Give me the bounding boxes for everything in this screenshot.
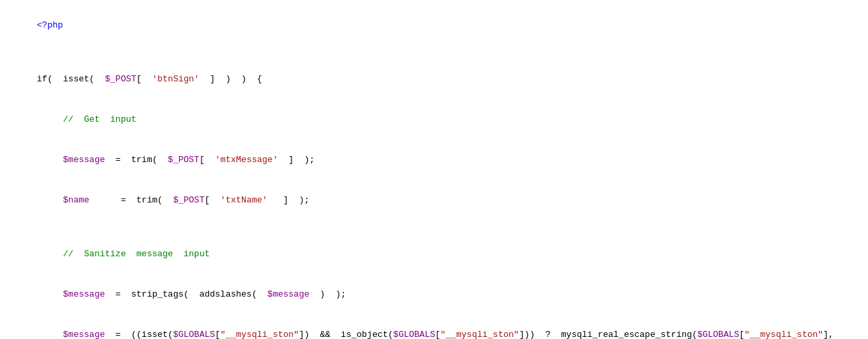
code-line-1: <?php (0, 5, 868, 46)
code-line-3: if( isset( $_POST[ 'btnSign' ] ) ) { (0, 59, 868, 100)
code-line-8: // Sanitize message input (0, 234, 868, 274)
code-line-6: $name = trim( $_POST[ 'txtName' ] ); (0, 180, 868, 221)
code-line-10: $message = ((isset($GLOBALS["__mysqli_st… (0, 315, 868, 339)
code-line-4: // Get input (0, 100, 868, 140)
code-line-2 (0, 46, 868, 59)
code-line-7 (0, 221, 868, 234)
code-line-5: $message = trim( $_POST[ 'mtxMessage' ] … (0, 140, 868, 180)
php-open-tag: <?php (37, 20, 63, 30)
code-line-9: $message = strip_tags( addslashes( $mess… (0, 274, 868, 315)
code-editor: <?php if( isset( $_POST[ 'btnSign' ] ) )… (0, 0, 868, 339)
